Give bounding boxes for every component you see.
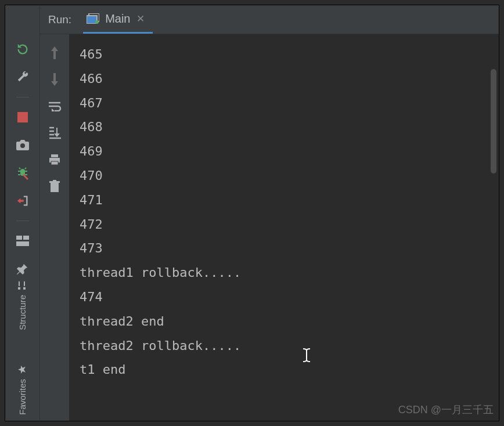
svg-rect-16 xyxy=(49,181,60,183)
console-line: 470 xyxy=(80,164,488,188)
console-line: thread1 rollback..... xyxy=(80,261,488,285)
bug-icon[interactable] xyxy=(13,164,32,182)
svg-rect-6 xyxy=(19,281,20,286)
favorites-tab[interactable]: Favorites xyxy=(17,365,27,415)
separator xyxy=(16,221,29,221)
run-label: Run: xyxy=(48,13,71,26)
watermark-text: CSDN @一月三千五 xyxy=(398,403,494,417)
console-line: t1 end xyxy=(80,358,488,382)
tab-main[interactable]: Main ✕ xyxy=(83,5,152,34)
svg-rect-7 xyxy=(24,287,26,290)
svg-point-1 xyxy=(20,143,25,148)
svg-rect-2 xyxy=(16,236,22,240)
console-line: 467 xyxy=(80,91,488,115)
svg-point-11 xyxy=(95,20,99,24)
console-line: 471 xyxy=(80,188,488,212)
wrench-icon[interactable] xyxy=(13,68,32,86)
tab-label: Main xyxy=(105,12,130,26)
rail-bottom-tabs: Structure Favorites xyxy=(5,281,39,415)
run-header: Run: Main ✕ xyxy=(40,5,499,34)
stop-icon[interactable] xyxy=(13,108,32,127)
console-line: 465 xyxy=(80,42,488,67)
main-area: Run: Main ✕ xyxy=(40,5,499,421)
console-line: 473 xyxy=(80,236,488,261)
console-line: thread2 rollback..... xyxy=(80,334,488,358)
close-icon[interactable]: ✕ xyxy=(136,13,145,25)
rerun-icon[interactable] xyxy=(13,40,32,59)
up-arrow-icon[interactable] xyxy=(46,45,63,61)
console-line: 466 xyxy=(80,67,488,91)
structure-label: Structure xyxy=(17,295,27,330)
svg-rect-0 xyxy=(17,112,28,122)
console-line: 474 xyxy=(80,285,488,309)
console-line: 468 xyxy=(80,115,488,139)
console-line: thread2 end xyxy=(80,309,488,334)
svg-rect-5 xyxy=(19,287,21,290)
trash-icon[interactable] xyxy=(46,178,63,194)
structure-tab[interactable]: Structure xyxy=(17,281,27,330)
console-line: 469 xyxy=(80,139,488,164)
svg-rect-15 xyxy=(51,183,59,192)
scroll-to-end-icon[interactable] xyxy=(46,125,63,141)
camera-icon[interactable] xyxy=(13,136,32,154)
svg-rect-3 xyxy=(23,236,29,240)
print-icon[interactable] xyxy=(46,151,63,168)
layout-icon[interactable] xyxy=(13,232,32,250)
svg-rect-4 xyxy=(16,241,29,246)
down-arrow-icon[interactable] xyxy=(46,71,63,88)
favorites-label: Favorites xyxy=(17,379,27,415)
console-line: 472 xyxy=(80,212,488,237)
svg-rect-8 xyxy=(24,281,26,286)
exit-icon[interactable] xyxy=(13,192,32,210)
soft-wrap-icon[interactable] xyxy=(46,98,63,114)
console-tool-column-1 xyxy=(40,34,69,421)
pin-icon[interactable] xyxy=(13,259,32,278)
svg-rect-14 xyxy=(51,161,58,165)
left-tool-rail: Structure Favorites xyxy=(5,5,40,421)
console-output[interactable]: 465 466 467 468 469 470 471 472 473 thre… xyxy=(69,34,499,421)
star-icon xyxy=(18,365,27,374)
scrollbar-thumb[interactable] xyxy=(491,69,496,174)
separator xyxy=(16,97,29,98)
ide-run-panel: Structure Favorites Run: Main ✕ xyxy=(5,5,499,421)
content-row: 465 466 467 468 469 470 471 472 473 thre… xyxy=(40,34,499,421)
application-icon xyxy=(87,13,99,24)
structure-tab-icon xyxy=(18,281,27,290)
svg-rect-12 xyxy=(51,154,58,157)
svg-rect-17 xyxy=(53,180,56,181)
